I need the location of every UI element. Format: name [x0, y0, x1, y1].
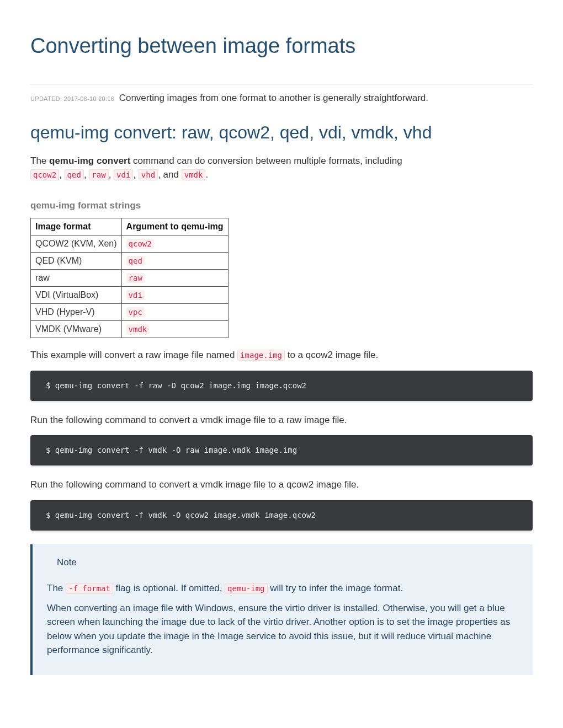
format-arg: qcow2 [126, 239, 154, 249]
table-row: VMDK (VMware) vmdk [31, 321, 229, 338]
note-p1-code2: qemu-img [225, 583, 267, 594]
desc-mid: command can do conversion between multip… [130, 156, 402, 166]
period: . [205, 169, 208, 180]
format-name: QCOW2 (KVM, Xen) [31, 235, 122, 253]
sep: , [84, 169, 89, 180]
table-row: QCOW2 (KVM, Xen) qcow2 [31, 235, 229, 253]
format-arg: vdi [126, 290, 145, 300]
table-row: VHD (Hyper-V) vpc [31, 304, 229, 321]
table-row: QED (KVM) qed [31, 253, 229, 270]
example-intro-post: to a qcow2 image file. [285, 350, 378, 360]
note-box: Note The -f format flag is optional. If … [30, 544, 533, 675]
code-block[interactable]: $ qemu-img convert -f raw -O qcow2 image… [30, 371, 533, 401]
format-name: VMDK (VMware) [31, 321, 122, 338]
table-row: raw raw [31, 270, 229, 287]
code-block[interactable]: $ qemu-img convert -f vmdk -O qcow2 imag… [30, 500, 533, 531]
shell-prompt: $ [46, 446, 55, 454]
format-name: VDI (VirtualBox) [31, 287, 122, 304]
format-code: vdi [114, 169, 133, 180]
format-arg: vmdk [126, 324, 150, 334]
format-arg: vpc [126, 307, 145, 317]
format-code: qcow2 [30, 169, 59, 180]
format-arg: qed [126, 256, 145, 266]
format-code: vmdk [182, 169, 206, 180]
note-paragraph: When converting an image file with Windo… [47, 601, 518, 657]
note-p1-code1: -f format [66, 583, 113, 594]
format-code: vhd [139, 169, 158, 180]
shell-command: qemu-img convert -f vmdk -O raw image.vm… [55, 446, 297, 454]
example-intro-pre: This example will convert a raw image fi… [30, 350, 237, 360]
table-header-format: Image format [31, 218, 122, 235]
section-description: The qemu-img convert command can do conv… [30, 154, 417, 182]
note-paragraph: The -f format flag is optional. If omitt… [47, 581, 518, 596]
note-p1-pre: The [47, 583, 66, 593]
table-header-argument: Argument to qemu-img [121, 218, 228, 235]
sep: , [133, 169, 138, 180]
and: , and [158, 169, 182, 180]
format-code: raw [89, 169, 108, 180]
divider-line [30, 84, 533, 84]
table-title: qemu-img format strings [30, 199, 533, 213]
note-p1-post: will try to infer the image format. [268, 583, 403, 593]
sep: , [59, 169, 64, 180]
code-block[interactable]: $ qemu-img convert -f vmdk -O raw image.… [30, 435, 533, 465]
shell-command: qemu-img convert -f vmdk -O qcow2 image.… [55, 511, 316, 520]
shell-command: qemu-img convert -f raw -O qcow2 image.i… [55, 381, 306, 390]
example-intro-code: image.img [237, 350, 285, 361]
updated-timestamp: UPDATED: 2017-08-10 20:16 [30, 95, 114, 102]
note-p1-mid: flag is optional. If omitted, [113, 583, 225, 593]
example-intro: This example will convert a raw image fi… [30, 348, 533, 362]
format-arg: raw [126, 273, 145, 283]
format-table: Image format Argument to qemu-img QCOW2 … [30, 218, 229, 338]
page-title: Converting between image formats [30, 30, 533, 62]
table-row: VDI (VirtualBox) vdi [31, 287, 229, 304]
paragraph: Run the following command to convert a v… [30, 413, 533, 427]
section-heading: qemu-img convert: raw, qcow2, qed, vdi, … [30, 119, 533, 146]
sep: , [109, 169, 114, 180]
format-name: raw [31, 270, 122, 287]
format-name: VHD (Hyper-V) [31, 304, 122, 321]
paragraph: Run the following command to convert a v… [30, 478, 533, 492]
shell-prompt: $ [46, 511, 55, 520]
note-title: Note [47, 554, 518, 576]
format-code: qed [65, 169, 84, 180]
format-name: QED (KVM) [31, 253, 122, 270]
desc-pre: The [30, 156, 49, 166]
desc-command: qemu-img convert [49, 156, 130, 166]
intro-text: Converting images from one format to ano… [119, 93, 428, 103]
shell-prompt: $ [46, 381, 55, 390]
